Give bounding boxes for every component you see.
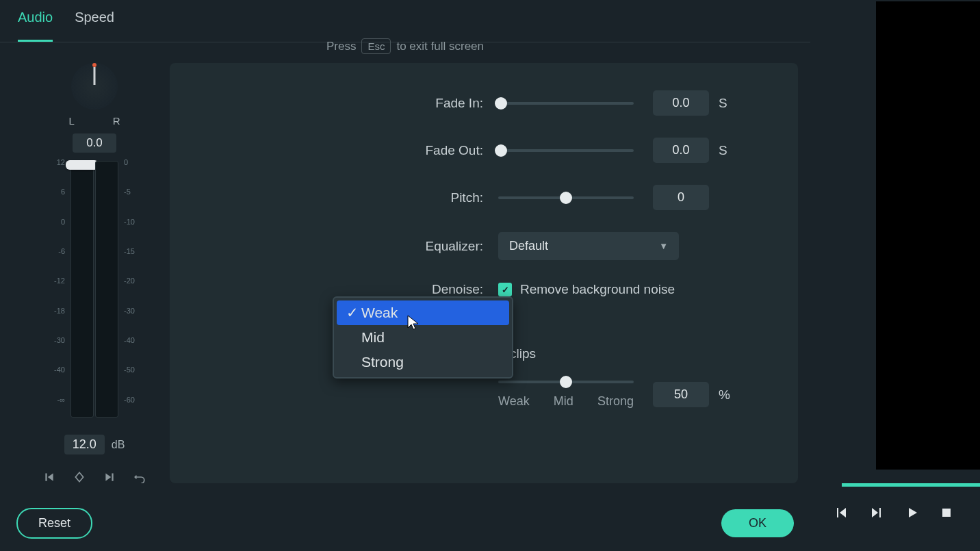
fade-in-unit: S [719,96,735,111]
fade-in-label: Fade In: [170,96,498,111]
range-strong: Strong [597,394,634,409]
fade-in-slider[interactable] [498,102,634,105]
tabs: Audio Speed [0,0,810,42]
skip-end-icon[interactable] [103,471,116,483]
fade-out-slider[interactable] [498,149,634,152]
ducking-slider[interactable] [498,381,634,383]
cursor-icon [407,314,420,331]
transport-controls [834,505,953,520]
reset-button[interactable]: Reset [16,508,92,539]
tab-speed[interactable]: Speed [75,10,114,42]
ducking-unit: % [719,387,735,402]
stop-icon[interactable] [940,507,953,519]
preview-pane [876,1,980,470]
skip-start-icon[interactable] [43,471,55,483]
pan-l-label: L [68,115,74,127]
chevron-down-icon: ▼ [659,241,668,251]
fade-in-value[interactable]: 0.0 [653,90,709,116]
dropdown-option-weak[interactable]: ✓Weak [337,300,509,325]
ducking-value[interactable]: 50 [653,382,709,407]
tab-audio[interactable]: Audio [18,10,53,42]
progress-bar[interactable] [842,483,980,487]
pan-r-label: R [113,115,120,127]
pan-value: 0.0 [73,133,116,153]
range-mid: Mid [554,394,573,409]
vu-scale-left: 12 6 0 -6 -12 -18 -30 -40 -∞ [49,158,68,425]
fade-out-unit: S [719,143,735,158]
ducking-hidden-text: clips [510,346,536,361]
next-frame-icon[interactable] [869,505,884,520]
denoise-level-dropdown: ✓Weak Mid Strong [333,296,513,379]
vu-bar-right[interactable] [95,161,118,418]
meter-section: L R 0.0 12 6 0 -6 -12 -18 -30 -40 -∞ [0,42,170,483]
keyframe-icon[interactable] [73,471,86,483]
denoise-checkbox[interactable]: ✓ [498,283,512,296]
equalizer-select[interactable]: Default ▼ [498,232,679,260]
range-weak: Weak [498,394,530,409]
dropdown-option-strong[interactable]: Strong [337,350,509,374]
pan-knob[interactable] [71,63,118,110]
undo-icon[interactable] [133,471,146,483]
vu-meter: 12 6 0 -6 -12 -18 -30 -40 -∞ [49,158,140,425]
audio-panel: Fade In: 0.0 S Fade Out: 0.0 S Pitch: 0 … [170,63,798,483]
pitch-value[interactable]: 0 [653,185,709,210]
svg-rect-0 [942,509,951,517]
play-icon[interactable] [905,505,920,520]
vu-scale-right: 0 -5 -10 -15 -20 -30 -40 -50 -60 [121,158,140,425]
ok-button[interactable]: OK [721,509,794,537]
vu-slider-thumb[interactable] [66,160,99,170]
pitch-label: Pitch: [170,190,498,205]
fade-out-label: Fade Out: [170,143,498,158]
denoise-checkbox-label: Remove background noise [520,282,675,297]
db-value: 12.0 [64,435,105,454]
pitch-slider[interactable] [498,196,634,199]
vu-bar-left[interactable] [70,161,94,418]
footer: Reset OK [0,508,810,539]
denoise-label: Denoise: [170,282,498,297]
fade-out-value[interactable]: 0.0 [653,138,709,163]
db-unit: dB [112,439,125,451]
equalizer-label: Equalizer: [170,239,498,254]
dropdown-option-mid[interactable]: Mid [337,325,509,350]
prev-frame-icon[interactable] [834,505,849,520]
